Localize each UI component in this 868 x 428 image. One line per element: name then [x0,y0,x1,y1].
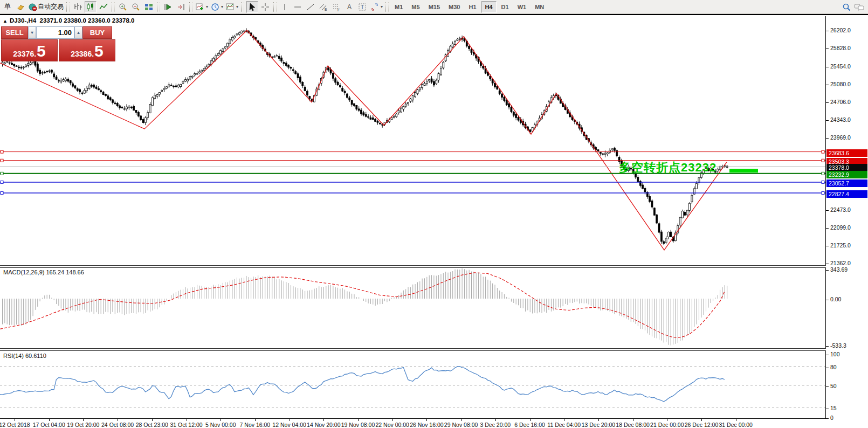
rsi-axis-label: 50 [830,383,837,389]
chart-window: ▲DJ30-,H4 23371.0 23380.0 23360.0 23378.… [0,14,868,428]
price-line-label: 23052.7 [826,180,867,187]
horizontal-line-icon [293,2,302,12]
volume-increase-button[interactable]: ▴ [74,26,82,39]
timeframe-m5-button[interactable]: M5 [408,1,423,13]
tile-windows-button[interactable] [143,1,155,13]
timeframe-toolbar: M1M5M15M30H1H4D1W1MN [390,1,548,13]
time-axis-tick [152,419,153,421]
equidistant-channel-button[interactable]: E [318,1,329,13]
bar-chart-button[interactable] [72,1,84,13]
search-button[interactable] [841,1,852,13]
svg-text:A: A [347,3,352,11]
volume-input[interactable]: 1.00 [36,26,74,39]
templates-button[interactable]: ▾ [225,1,239,13]
chat-button[interactable] [853,1,865,13]
auto-scroll-button[interactable] [162,1,174,13]
timeframe-m15-button[interactable]: M15 [425,1,444,13]
chat-bubbles-icon [854,2,865,12]
new-order-label: 单 [4,2,11,11]
rsi-indicator-label: RSI(14) 60.6110 [3,353,46,359]
time-axis-label: 31 Dec 00:00 [714,422,757,428]
price-line-label: 23683.6 [826,149,867,157]
candlestick-chart-button[interactable] [85,1,97,13]
sell-price-button[interactable]: 23376.5 [1,39,58,61]
macd-pane[interactable] [0,268,826,348]
timeframe-d1-button[interactable]: D1 [498,1,513,13]
trendline-button[interactable] [305,1,316,13]
sell-button[interactable]: SELL [1,26,28,39]
vertical-line-button[interactable] [279,1,291,13]
time-axis-tick [495,419,496,421]
collapse-trade-panel-icon[interactable]: ▲ [3,18,8,24]
buy-price: 23386. [71,49,94,59]
vertical-line-icon [280,2,290,12]
toolbar-grip[interactable] [189,2,192,12]
timeframe-m30-button[interactable]: M30 [445,1,464,13]
periods-button[interactable]: ▾ [210,1,224,13]
chart-shift-button[interactable] [175,1,187,13]
price-axis-label: 23969.0 [830,134,851,141]
text-button[interactable]: A [343,1,355,13]
svg-text:E: E [325,8,327,11]
buy-price-button[interactable]: 23386.5 [59,39,115,61]
price-axis-label: 25080.0 [830,81,851,87]
chart-symbol-period: DJ30-,H4 [10,17,36,24]
autotrade-button[interactable]: 自动交易 [27,1,64,13]
timeframe-w1-button[interactable]: W1 [514,1,531,13]
macd-axis-label: 343.69 [830,266,848,273]
toolbar-grip[interactable] [66,2,70,12]
zoom-out-button[interactable] [130,1,142,13]
time-axis[interactable]: 12 Oct 201817 Oct 04:0019 Oct 20:0024 Oc… [0,418,826,428]
fibonacci-button[interactable]: F [330,1,342,13]
timeframe-m1-button[interactable]: M1 [391,1,407,13]
zoom-in-button[interactable] [117,1,129,13]
price-axis[interactable]: 26202.025828.025454.025080.024706.024343… [826,16,868,428]
dropdown-caret-icon: ▾ [236,4,238,9]
horizontal-line-button[interactable] [292,1,304,13]
line-chart-button[interactable] [98,1,109,13]
timeframe-h4-button[interactable]: H4 [481,1,497,13]
timeframe-mn-button[interactable]: MN [531,1,548,13]
chart-title: ▲DJ30-,H4 23371.0 23380.0 23360.0 23378.… [3,17,134,24]
price-axis-label: 25828.0 [830,45,851,51]
toolbar-grip[interactable] [157,2,160,12]
toolbar-grip[interactable] [241,2,244,12]
text-label-button[interactable]: T [356,1,368,13]
time-axis-tick [667,419,667,421]
price-axis-label: 22473.0 [830,206,851,213]
dropdown-caret-icon: ▾ [206,4,208,9]
axis-tick [826,210,829,211]
cursor-button[interactable] [246,1,258,13]
axis-tick [826,409,829,409]
time-axis-tick [323,419,324,421]
price-chart-pane[interactable] [0,16,826,265]
axis-tick [826,49,829,49]
axis-tick [826,31,829,31]
toolbar-grip[interactable] [385,2,389,12]
crosshair-button[interactable] [259,1,271,13]
toolbar-grip[interactable] [112,2,115,12]
history-center-button[interactable] [15,1,26,13]
buy-price-big-digit: 5 [94,43,104,59]
line-chart-icon [99,2,108,12]
rsi-axis-label: 15 [830,405,837,411]
new-order-button[interactable]: 单 [2,1,13,13]
buy-button[interactable]: BUY [82,26,112,39]
chart-ohlc-values: 23371.0 23380.0 23360.0 23378.0 [40,17,135,24]
timeframe-h1-button[interactable]: H1 [465,1,480,13]
indicators-button[interactable]: ▾ [195,1,209,13]
price-axis-label: 21725.0 [830,242,851,248]
axis-tick [826,85,829,85]
tile-windows-icon [144,2,154,12]
price-axis-label: 21362.0 [830,260,851,266]
axis-tick [826,246,829,246]
arrows-button[interactable]: ▾ [369,1,383,13]
chart-shift-icon [176,2,186,12]
rsi-axis-label: 100 [830,351,840,357]
toolbar-grip[interactable] [273,2,277,12]
rsi-pane[interactable] [0,351,826,418]
time-axis-tick [564,419,564,421]
volume-decrease-button[interactable]: ▾ [28,26,36,39]
one-click-trading-panel: SELL ▾ 1.00 ▴ BUY 23376.5 23386.5 [1,26,116,61]
zoom-in-icon [118,2,128,12]
